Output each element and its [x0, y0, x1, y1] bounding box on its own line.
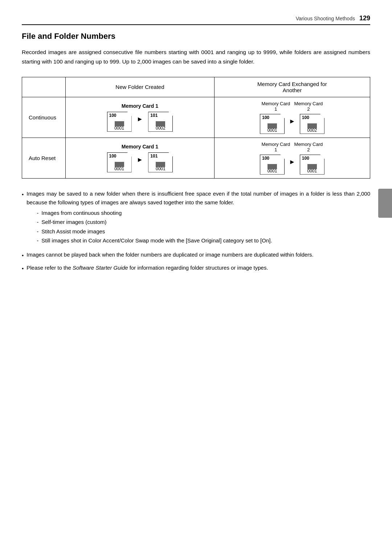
sub-item-1: - Images from continuous shooting: [37, 208, 370, 218]
card-diagram-2: 101 0002: [148, 112, 173, 132]
row2-col3-wrapper: Memory Card 1 Memory Card 2 100 0001: [220, 142, 365, 175]
sub-item-1-text: Images from continuous shooting: [41, 208, 122, 218]
card-box-6: 101 0001: [148, 152, 173, 172]
card-diagram-4: 100 0002: [300, 114, 324, 134]
row1-col3-headers: Memory Card 1 Memory Card 2: [261, 101, 323, 112]
row2-col3-headers: Memory Card 1 Memory Card 2: [261, 142, 323, 152]
card-diagram-5: 100 0001: [107, 152, 132, 172]
card-box-3: 100 0001: [260, 114, 285, 134]
page-container: Various Shooting Methods 129 File and Fo…: [0, 0, 392, 298]
sub-item-4: - Still images shot in Color Accent/Colo…: [37, 236, 370, 245]
card-diagram-1: 100 0001: [107, 112, 132, 132]
row1-col2-card-label: Memory Card 1: [71, 103, 209, 109]
sub-item-2-text: Self-timer images (custom): [41, 217, 106, 227]
section-title: File and Folder Numbers: [22, 32, 370, 41]
bullet-item-3: • Please refer to the Software Starter G…: [22, 263, 370, 273]
side-tab: [378, 189, 392, 218]
arrow-2: ►: [289, 118, 295, 130]
row1-col3-card1-label: Memory Card 1: [261, 101, 290, 112]
bullet-3-text: Please refer to the Software Starter Gui…: [26, 263, 268, 273]
sub-item-3: - Stitch Assist mode images: [37, 227, 370, 236]
row1-col3-wrapper: Memory Card 1 Memory Card 2 100 0001: [220, 101, 365, 134]
bullet-dot-3: •: [22, 264, 24, 273]
page-header: Various Shooting Methods 129: [22, 15, 370, 25]
row2-col3-card2-label: Memory Card 2: [294, 142, 323, 152]
row2-col2-card-label: Memory Card 1: [71, 144, 209, 150]
card-box-2: 101 0002: [148, 112, 173, 132]
row1-col3: Memory Card 1 Memory Card 2 100 0001: [214, 97, 370, 138]
row2-label: Auto Reset: [22, 138, 66, 178]
arrow-1: ►: [137, 115, 143, 128]
bullet-dot-2: •: [22, 251, 24, 260]
arrow-4: ►: [289, 158, 295, 171]
row2-col3-cards: 100 0001 ► 100 0001: [260, 155, 324, 175]
bullet-dot-1: •: [22, 190, 24, 247]
bullet-section: • Images may be saved to a new folder wh…: [22, 189, 370, 273]
bullet-1-text: Images may be saved to a new folder when…: [26, 191, 370, 205]
italic-text: Software Starter Guide: [73, 265, 128, 271]
card-box-1: 100 0001: [107, 112, 132, 132]
row2-col3-card1-label: Memory Card 1: [261, 142, 290, 152]
bullet-item-1: • Images may be saved to a new folder wh…: [22, 189, 370, 247]
col3-header: Memory Card Exchanged for Another: [214, 77, 370, 97]
sub-item-3-text: Stitch Assist mode images: [41, 227, 105, 236]
card-diagram-7: 100 0001: [260, 155, 285, 175]
row1-col2: Memory Card 1 100 0001 ► 101: [66, 97, 215, 138]
row1-col3-cards: 100 0001 ► 100 0002: [260, 114, 324, 134]
sub-list-1: - Images from continuous shooting - Self…: [37, 208, 370, 245]
card-diagram-6: 101 0001: [148, 152, 173, 172]
bullet-2-text: Images cannot be played back when the fo…: [26, 250, 313, 260]
row2-col2-diagram: 100 0001 ► 101 0001: [71, 152, 209, 172]
card-diagram-8: 100 0001: [300, 155, 324, 175]
section-label: Various Shooting Methods: [296, 16, 355, 21]
bullet-item-2: • Images cannot be played back when the …: [22, 250, 370, 260]
row2-col2: Memory Card 1 100 0001 ► 101: [66, 138, 215, 178]
card-diagram-3: 100 0001: [260, 114, 285, 134]
col2-header: New Folder Created: [66, 77, 215, 97]
card-box-8: 100 0001: [300, 155, 324, 175]
row1-label: Continuous: [22, 97, 66, 138]
card-box-7: 100 0001: [260, 155, 285, 175]
sub-item-2: - Self-timer images (custom): [37, 217, 370, 227]
page-number: 129: [359, 15, 370, 22]
empty-header-cell: [22, 77, 66, 97]
card-box-5: 100 0001: [107, 152, 132, 172]
intro-paragraph: Recorded images are assigned consecutive…: [22, 48, 370, 67]
card-box-4: 100 0002: [300, 114, 324, 134]
row2-col3: Memory Card 1 Memory Card 2 100 0001: [214, 138, 370, 178]
sub-item-4-text: Still images shot in Color Accent/Color …: [41, 236, 272, 245]
info-table: New Folder Created Memory Card Exchanged…: [22, 77, 370, 179]
bullet-1-content: Images may be saved to a new folder when…: [26, 189, 370, 247]
arrow-3: ►: [137, 156, 143, 169]
row1-col2-diagram: 100 0001 ► 101 0002: [71, 112, 209, 132]
row1-col3-card2-label: Memory Card 2: [294, 101, 323, 112]
